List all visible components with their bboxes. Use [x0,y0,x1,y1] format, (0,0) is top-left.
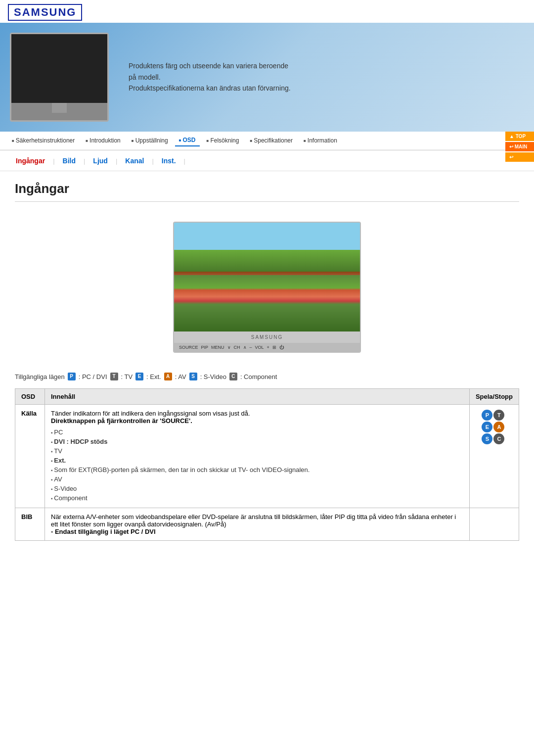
available-modes-label: Tillgängliga lägen [15,373,65,380]
sub-nav-inst[interactable]: Inst. [154,155,184,167]
nav-item-spec[interactable]: Specifikationer [246,135,297,146]
samsung-logo: SAMSUNG [8,4,82,21]
pteasc-a: A [493,422,504,432]
nav-item-osd[interactable]: OSD [175,135,200,146]
mode-a-text: : AV [175,373,186,380]
list-item-ext-desc: Som för EXT(RGB)-porten på skärmen, den … [51,465,463,474]
banner-monitor-image [10,33,109,122]
monitor-display-container: SAMSUNG SOURCE PIP MENU ∨ CH ∧ – VOL + ⊞… [15,212,519,363]
nav-item-intro[interactable]: Introduktion [82,135,125,146]
content-cell-kalla: Tänder indikatorn för att indikera den i… [45,405,470,508]
list-item-component: Component [51,493,463,503]
monitor-display: SAMSUNG SOURCE PIP MENU ∨ CH ∧ – VOL + ⊞… [173,222,361,353]
garden-scene [174,223,360,331]
mode-p-badge: P [68,373,76,380]
pteasc-badge: P T E A S C [482,410,506,444]
sub-nav-ljud[interactable]: Ljud [85,155,116,167]
top-button[interactable]: ▲ TOP [505,132,534,141]
pteasc-s: S [482,433,492,444]
ctrl-vol-down[interactable]: – [250,345,252,350]
table-row: Källa Tänder indikatorn för att indikera… [15,405,519,508]
pteasc-t: T [493,410,504,421]
mode-e-text: : Ext. [146,373,161,380]
mode-a-badge: A [164,373,172,380]
banner-text: Produktens färg och utseende kan variera… [129,60,291,94]
list-item-av: AV [51,474,463,484]
th-osd: OSD [15,389,45,405]
monitor-screen [11,34,107,103]
main-content: Ingångar SAMSUNG SOURCE PIP MENU ∨ CH ∧ … [0,171,534,551]
monitor-display-screen [174,223,360,331]
ctrl-menu[interactable]: MENU [211,345,224,350]
pteasc-e: E [482,422,492,432]
monitor-controls-bar: SOURCE PIP MENU ∨ CH ∧ – VOL + ⊞ ⏻ [174,343,360,352]
mode-c-text: : Component [240,373,277,380]
banner-line3: Produktspecifikationerna kan ändras utan… [129,83,291,94]
th-spela: Spela/Stopp [469,389,519,405]
ctrl-input[interactable]: ⊞ [272,345,276,350]
table-header-row: OSD Innehåll Spela/Stopp [15,389,519,405]
nav-item-sakerhet[interactable]: Säkerhetsinstruktioner [8,135,79,146]
content-list-kalla: PC DVI : HDCP stöds TV Ext. Som för EXT(… [51,427,463,503]
header: SAMSUNG [0,0,534,23]
list-item-tv: TV [51,446,463,456]
nav-container: Säkerhetsinstruktioner Introduktion Upps… [0,132,534,151]
ctrl-source[interactable]: SOURCE [179,345,198,350]
sub-nav: Ingångar | Bild | Ljud | Kanal | Inst. | [0,151,534,171]
nav-item-info[interactable]: Information [300,135,341,146]
back-button[interactable]: ↩ [505,152,534,162]
content-bold-bib: - Endast tillgänglig i läget PC / DVI [51,528,463,535]
ctrl-ch-label: CH [234,345,240,350]
mode-p-text: : PC / DVI [79,373,107,380]
table-row: BIB När externa A/V-enheter som videoban… [15,508,519,541]
monitor-stand [52,103,67,113]
nav-item-uppstallning[interactable]: Uppställning [128,135,172,146]
list-item-ext: Ext. [51,456,463,465]
sub-nav-ingangar[interactable]: Ingångar [8,155,53,167]
th-innehall: Innehåll [45,389,470,405]
ctrl-ch-down[interactable]: ∨ [227,345,231,350]
monitor-brand-label: SAMSUNG [177,334,357,340]
mode-c-badge: C [229,373,237,380]
page-title: Ingångar [15,181,519,202]
osd-cell-kalla: Källa [15,405,45,508]
sep5: | [184,157,185,165]
banner: Produktens färg och utseende kan variera… [0,23,534,132]
mode-t-text: : TV [121,373,133,380]
nav-bar: Säkerhetsinstruktioner Introduktion Upps… [0,132,534,149]
nav-item-felsok[interactable]: Felsökning [203,135,243,146]
available-modes: Tillgängliga lägen P : PC / DVI T : TV E… [15,373,519,380]
mode-s-badge: S [189,373,197,380]
pteasc-p: P [482,410,492,421]
mode-e-badge: E [135,373,143,380]
mode-t-badge: T [110,373,118,380]
play-cell-bib [469,508,519,541]
list-item-svideo: S-Video [51,484,463,493]
banner-line1: Produktens färg och utseende kan variera… [129,60,291,71]
mode-s-text: : S-Video [200,373,226,380]
ctrl-ch-up[interactable]: ∧ [243,345,247,350]
osd-cell-bib: BIB [15,508,45,541]
content-title-kalla: Tänder indikatorn för att indikera den i… [51,410,463,417]
list-item-pc: PC [51,427,463,437]
pteasc-c: C [493,433,504,444]
banner-line2: på modell. [129,72,291,83]
side-buttons: ▲ TOP ↩ MAIN ↩ [505,132,534,162]
sub-nav-kanal[interactable]: Kanal [117,155,152,167]
ctrl-vol-label: VOL [255,345,264,350]
sub-nav-bild[interactable]: Bild [55,155,84,167]
ctrl-vol-up[interactable]: + [267,345,269,350]
play-cell-kalla: P T E A S C [469,405,519,508]
content-bold-kalla: Direktknappen på fjärrkontrollen är 'SOU… [51,417,463,425]
list-item-dvi: DVI : HDCP stöds [51,437,463,446]
osd-table: OSD Innehåll Spela/Stopp Källa Tänder in… [15,388,519,541]
content-cell-bib: När externa A/V-enheter som videobandspe… [45,508,470,541]
main-button[interactable]: ↩ MAIN [505,142,534,151]
content-title-bib: När externa A/V-enheter som videobandspe… [51,513,463,528]
monitor-bottom-bezel: SAMSUNG [174,331,360,343]
ctrl-power[interactable]: ⏻ [279,345,284,350]
ctrl-pip[interactable]: PIP [201,345,209,350]
